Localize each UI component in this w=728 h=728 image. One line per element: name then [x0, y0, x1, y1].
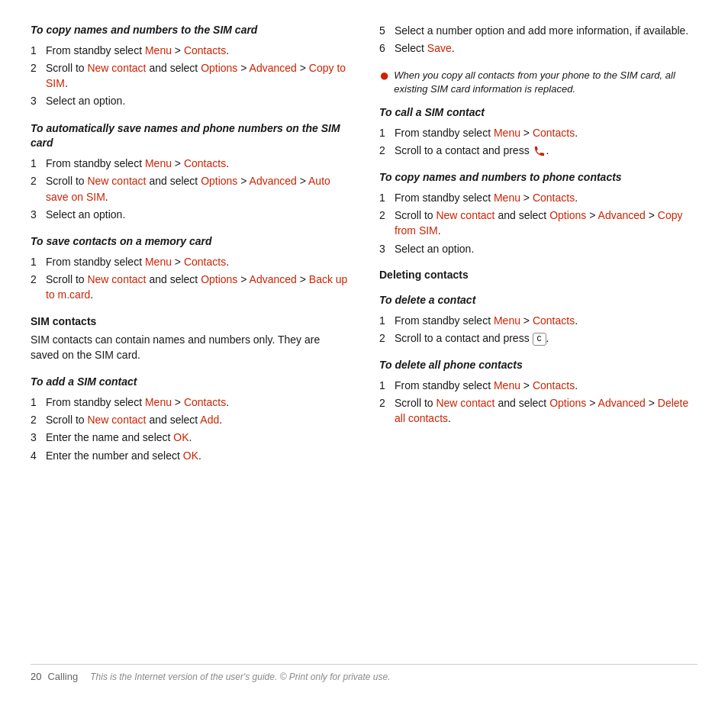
- step-content: From standby select Menu > Contacts.: [46, 254, 349, 269]
- step-number: 2: [379, 208, 391, 239]
- left-column: To copy names and numbers to the SIM car…: [31, 23, 349, 475]
- steps-copy-names-sim: 1 From standby select Menu > Contacts. 2…: [31, 43, 349, 109]
- link-new-contact: New contact: [87, 62, 146, 74]
- footer-disclaimer: This is the Internet version of the user…: [90, 672, 390, 682]
- step-item: 3 Select an option.: [379, 241, 697, 256]
- link-options: Options: [549, 209, 586, 221]
- call-icon: [534, 145, 546, 157]
- link-menu: Menu: [145, 157, 172, 169]
- steps-delete-all-contacts: 1 From standby select Menu > Contacts. 2…: [379, 378, 697, 427]
- step-number: 1: [379, 125, 391, 140]
- step-content: From standby select Menu > Contacts.: [46, 156, 349, 171]
- step-number: 2: [379, 143, 391, 158]
- link-advanced: Advanced: [598, 397, 646, 409]
- step-item: 3 Enter the name and select OK.: [31, 430, 349, 445]
- link-advanced: Advanced: [250, 175, 297, 187]
- step-number: 1: [31, 156, 43, 171]
- step-content: From standby select Menu > Contacts.: [395, 378, 697, 393]
- section-title-save-memory-card: To save contacts on a memory card: [31, 234, 349, 250]
- link-menu: Menu: [145, 396, 172, 408]
- section-delete-contact: To delete a contact 1 From standby selec…: [379, 293, 697, 346]
- link-contacts: Contacts: [533, 379, 575, 391]
- steps-save-memory-card: 1 From standby select Menu > Contacts. 2…: [31, 254, 349, 303]
- link-menu: Menu: [145, 44, 172, 56]
- step-item: 1 From standby select Menu > Contacts.: [379, 125, 697, 140]
- link-menu: Menu: [494, 379, 520, 391]
- link-menu: Menu: [145, 256, 172, 268]
- step-number: 5: [379, 23, 391, 38]
- step-item: 2 Scroll to New contact and select Optio…: [379, 395, 697, 427]
- step-number: 2: [31, 272, 43, 303]
- step-number: 1: [31, 43, 43, 58]
- section-title-auto-save-sim: To automatically save names and phone nu…: [31, 121, 349, 151]
- link-new-contact: New contact: [436, 209, 494, 221]
- section-add-sim-contact: To add a SIM contact 1 From standby sele…: [31, 375, 349, 463]
- section-copy-names-phone: To copy names and numbers to phone conta…: [379, 170, 697, 256]
- step-number: 1: [31, 254, 43, 269]
- step-content: From standby select Menu > Contacts.: [395, 190, 697, 205]
- link-advanced: Advanced: [598, 209, 646, 221]
- step-item: 2 Scroll to New contact and select Optio…: [31, 173, 349, 205]
- step-item: 6 Select Save.: [379, 40, 697, 56]
- step-number: 1: [379, 313, 391, 328]
- step-content: Select an option.: [395, 241, 697, 256]
- page-number: 20: [31, 671, 41, 682]
- section-label: Calling: [47, 671, 78, 682]
- step-item: 2 Scroll to New contact and select Optio…: [379, 208, 697, 239]
- link-menu: Menu: [494, 192, 520, 204]
- link-contacts: Contacts: [184, 157, 226, 169]
- section-title-copy-names-sim: To copy names and numbers to the SIM car…: [31, 23, 349, 38]
- steps-copy-names-phone: 1 From standby select Menu > Contacts. 2…: [379, 190, 697, 256]
- step-number: 3: [31, 207, 43, 222]
- steps-add-sim-contact: 1 From standby select Menu > Contacts. 2…: [31, 395, 349, 463]
- section-heading-sim-contacts: SIM contacts: [31, 315, 349, 327]
- step-item: 2 Scroll to New contact and select Optio…: [31, 60, 349, 92]
- link-add: Add: [200, 414, 219, 426]
- section-title-add-sim-contact: To add a SIM contact: [31, 375, 349, 390]
- step-content: Scroll to New contact and select Options…: [46, 60, 349, 92]
- step-content: Scroll to New contact and select Options…: [395, 208, 697, 239]
- step-number: 1: [379, 190, 391, 205]
- step-number: 1: [31, 395, 43, 410]
- section-delete-all-contacts: To delete all phone contacts 1 From stan…: [379, 358, 697, 426]
- link-contacts: Contacts: [184, 396, 226, 408]
- link-contacts: Contacts: [184, 44, 226, 56]
- step-content: Scroll to a contact and press c.: [395, 330, 697, 346]
- link-ok: OK: [173, 431, 188, 443]
- section-deleting-contacts: Deleting contacts: [379, 269, 697, 281]
- link-options: Options: [549, 397, 586, 409]
- link-advanced: Advanced: [250, 62, 297, 74]
- section-title-call-sim-contact: To call a SIM contact: [379, 105, 697, 121]
- section-auto-save-sim: To automatically save names and phone nu…: [31, 121, 349, 222]
- footer-divider: [31, 664, 697, 665]
- step-item: 1 From standby select Menu > Contacts.: [31, 156, 349, 171]
- step-number: 4: [31, 448, 43, 463]
- step-number: 1: [379, 378, 391, 393]
- section-title-copy-names-phone: To copy names and numbers to phone conta…: [379, 170, 697, 185]
- step-content: Scroll to New contact and select Add.: [46, 412, 349, 427]
- step-number: 3: [379, 241, 391, 256]
- link-menu: Menu: [494, 127, 520, 139]
- step-content: Scroll to New contact and select Options…: [46, 173, 349, 205]
- step-content: Select an option.: [46, 207, 349, 222]
- c-key: c: [533, 333, 546, 346]
- step-content: Scroll to New contact and select Options…: [395, 395, 697, 427]
- step-item: 1 From standby select Menu > Contacts.: [379, 378, 697, 393]
- link-save: Save: [427, 42, 452, 54]
- step-content: Enter the number and select OK.: [46, 448, 349, 463]
- link-contacts: Contacts: [533, 127, 575, 139]
- section-heading-deleting-contacts: Deleting contacts: [379, 269, 697, 281]
- link-new-contact: New contact: [87, 175, 146, 187]
- section-copy-names-sim: To copy names and numbers to the SIM car…: [31, 23, 349, 109]
- step-content: Scroll to New contact and select Options…: [46, 272, 349, 303]
- note-text: When you copy all contacts from your pho…: [394, 69, 697, 96]
- footer: 20 Calling This is the Internet version …: [31, 475, 697, 682]
- step-content: From standby select Menu > Contacts.: [395, 125, 697, 140]
- step-content: Scroll to a contact and press .: [395, 143, 697, 158]
- steps-5-6: 5 Select a number option and add more in…: [379, 23, 697, 56]
- section-sim-contacts: SIM contacts SIM contacts can contain na…: [31, 315, 349, 363]
- note-block: ● When you copy all contacts from your p…: [379, 69, 697, 96]
- page-container: To copy names and numbers to the SIM car…: [0, 0, 728, 728]
- link-options: Options: [201, 273, 237, 285]
- step-item: 1 From standby select Menu > Contacts.: [31, 254, 349, 269]
